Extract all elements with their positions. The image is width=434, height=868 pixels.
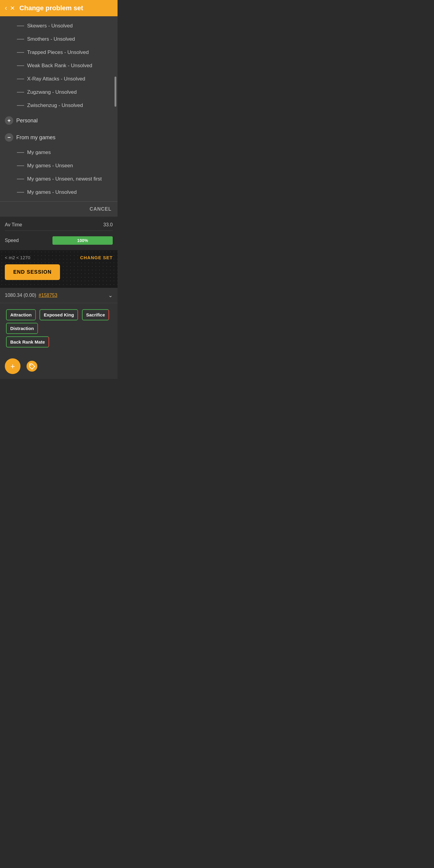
tree-item-label: Skewers - Unsolved — [27, 23, 73, 29]
av-time-value: 33.0 — [103, 222, 113, 227]
tag-attraction[interactable]: Attraction — [6, 309, 36, 320]
tree-item-label: Weak Back Rank - Unsolved — [27, 63, 92, 69]
set-info-text: < m2 < 1270 — [5, 255, 30, 260]
tree-item-weak-back-rank[interactable]: Weak Back Rank - Unsolved — [12, 59, 118, 72]
tag-back-rank-mate[interactable]: Back Rank Mate — [6, 336, 49, 347]
tree-category-from-my-games[interactable]: − From my games — [0, 129, 118, 146]
tree-branch-line — [17, 92, 24, 93]
tree-item-trapped-pieces[interactable]: Trapped Pieces - Unsolved — [12, 46, 118, 59]
tree-branch-line — [17, 165, 24, 166]
tree-category-personal[interactable]: + Personal — [0, 112, 118, 129]
tree-branch-line — [17, 152, 24, 153]
tree-item-label: Zugzwang - Unsolved — [27, 89, 76, 95]
expand-icon: + — [5, 116, 13, 125]
svg-point-1 — [30, 364, 31, 366]
tree-item-my-games-unseen[interactable]: My games - Unseen — [12, 159, 118, 173]
tree-item-label: My games - Unseen — [27, 163, 73, 169]
score-row: 1080.34 (0.00) #158753 ⌄ — [0, 288, 118, 303]
tree-item-label: My games - Unseen, newest first — [27, 176, 102, 182]
tag-exposed-king[interactable]: Exposed King — [39, 309, 78, 320]
tree-item-label: Smothers - Unsolved — [27, 36, 75, 42]
tree-branch-line — [17, 39, 24, 39]
speed-row: Speed 100% — [5, 231, 113, 250]
speed-label: Speed — [5, 238, 19, 243]
tag-icon[interactable] — [25, 360, 38, 373]
speed-bar-container: 100% — [53, 236, 113, 245]
tree-branch-line — [17, 179, 24, 179]
chevron-down-icon[interactable]: ⌄ — [108, 292, 113, 299]
tree-item-zugzwang[interactable]: Zugzwang - Unsolved — [12, 86, 118, 99]
cancel-button[interactable]: CANCEL — [0, 201, 118, 217]
tree-branch-line — [17, 52, 24, 53]
tree-item-label: Trapped Pieces - Unsolved — [27, 50, 89, 56]
tree-item-x-ray[interactable]: X-Ray Attacks - Unsolved — [12, 72, 118, 86]
tree-branch-line — [17, 79, 24, 79]
tags-section: Attraction Exposed King Sacrifice Distra… — [0, 303, 118, 353]
end-session-button[interactable]: END SESSION — [5, 264, 60, 280]
tree-item-label: X-Ray Attacks - Unsolved — [27, 76, 85, 82]
problem-set-tree: Skewers - Unsolved Smothers - Unsolved T… — [0, 16, 118, 199]
tree-item-label: Zwischenzug - Unsolved — [27, 102, 83, 108]
tree-item-my-games-unsolved[interactable]: My games - Unsolved — [12, 186, 118, 199]
tree-branch-line — [17, 192, 24, 193]
add-button[interactable]: + — [5, 358, 21, 374]
scrollbar-thumb — [115, 76, 116, 107]
session-section: < m2 < 1270 CHANGE SET END SESSION — [0, 250, 118, 288]
tree-branch-line — [17, 105, 24, 106]
category-label: Personal — [16, 118, 38, 124]
tree-item-skewers[interactable]: Skewers - Unsolved — [12, 19, 118, 33]
tag-sacrifice[interactable]: Sacrifice — [82, 309, 110, 320]
tree-item-smothers[interactable]: Smothers - Unsolved — [12, 33, 118, 46]
header: ‹ ✕ Change problem set — [0, 0, 118, 16]
tree-branch-line — [17, 26, 24, 26]
tree-branch-line — [17, 65, 24, 66]
tree-item-zwischenzug[interactable]: Zwischenzug - Unsolved — [12, 99, 118, 112]
modal-scrollbar[interactable] — [115, 16, 116, 217]
set-info-row: < m2 < 1270 CHANGE SET — [5, 255, 113, 260]
change-problem-set-modal: Skewers - Unsolved Smothers - Unsolved T… — [0, 16, 118, 217]
main-content: Av Time 33.0 Speed 100% — [0, 217, 118, 250]
back-icon[interactable]: ‹ — [5, 4, 7, 12]
score-link[interactable]: #158753 — [38, 293, 57, 298]
close-icon[interactable]: ✕ — [10, 4, 15, 12]
tree-item-label: My games - Unsolved — [27, 189, 76, 195]
change-set-button[interactable]: CHANGE SET — [80, 255, 113, 260]
av-time-label: Av Time — [5, 222, 22, 227]
tag-distraction[interactable]: Distraction — [6, 323, 38, 334]
score-left: 1080.34 (0.00) #158753 — [5, 293, 57, 298]
bottom-actions: + — [0, 353, 118, 379]
category-label: From my games — [16, 134, 56, 141]
tree-item-label: My games — [27, 150, 51, 156]
speed-bar: 100% — [53, 236, 113, 245]
svg-point-0 — [27, 361, 37, 372]
collapse-icon: − — [5, 133, 13, 142]
score-text: 1080.34 (0.00) — [5, 293, 36, 298]
page-title: Change problem set — [19, 4, 83, 12]
tree-item-my-games[interactable]: My games — [12, 146, 118, 159]
tree-item-my-games-unseen-newest[interactable]: My games - Unseen, newest first — [12, 173, 118, 186]
av-time-row: Av Time 33.0 — [5, 217, 113, 231]
